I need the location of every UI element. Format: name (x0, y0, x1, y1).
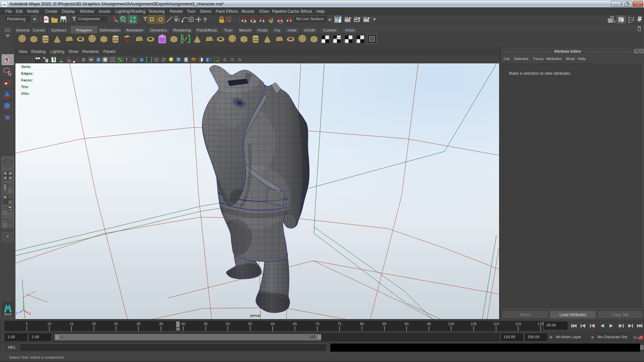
svg-text:IPR: IPR (355, 19, 359, 22)
svg-text:MAYA: MAYA (4, 313, 12, 316)
svg-text:y: y (22, 300, 24, 304)
svg-text:x: x (29, 312, 31, 315)
svg-text:z: z (16, 311, 18, 315)
svg-text:?: ? (203, 17, 207, 23)
svg-text:T: T (125, 58, 128, 62)
